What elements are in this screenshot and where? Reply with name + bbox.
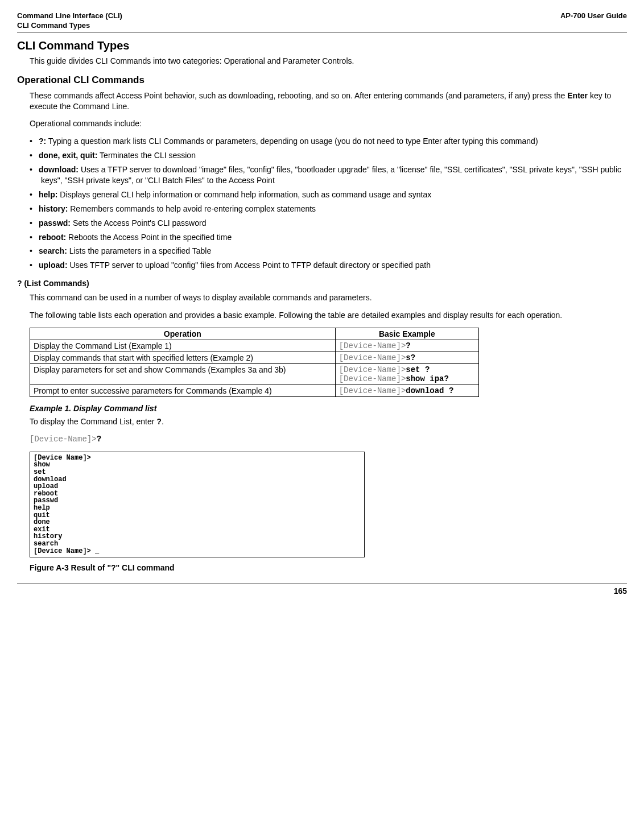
cmd-desc: Remembers commands to help avoid re-ente… (68, 204, 316, 213)
ex1-bold: ? (156, 417, 162, 426)
prompt-cmd: set ? (406, 365, 430, 374)
opcli-p1-bold: Enter (567, 91, 588, 100)
th-operation: Operation (30, 328, 336, 340)
ex-cell: [Device-Name]>? (335, 340, 478, 352)
opcli-heading: Operational CLI Commands (17, 75, 627, 86)
opcli-p1-before: These commands affect Access Point behav… (30, 91, 567, 100)
opcli-p1: These commands affect Access Point behav… (30, 90, 627, 112)
list-item: •done, exit, quit: Terminates the CLI se… (30, 150, 627, 161)
prompt-prefix: [Device-Name]> (339, 353, 406, 362)
bullet-icon: • (30, 189, 39, 200)
list-item: •upload: Uses TFTP server to upload "con… (30, 260, 627, 271)
table-row: Display commands that start with specifi… (30, 352, 479, 364)
table-row: Prompt to enter successive parameters fo… (30, 385, 479, 397)
header-left-line2: CLI Command Types (17, 21, 90, 30)
bullet-icon: • (30, 136, 39, 147)
list-item: •passwd: Sets the Access Point's CLI pas… (30, 218, 627, 229)
prompt-prefix: [Device-Name]> (339, 386, 406, 395)
cmd-desc: Displays general CLI help information or… (57, 190, 431, 199)
cmd-desc: Uses a TFTP server to download "image" f… (41, 165, 621, 185)
bullet-icon: • (30, 164, 39, 175)
cmd-label: done, exit, quit: (39, 151, 97, 160)
cmd-desc: Typing a question mark lists CLI Command… (46, 137, 538, 146)
table-row: Display the Command List (Example 1) [De… (30, 340, 479, 352)
section-title: CLI Command Types (17, 39, 627, 52)
cmd-desc: Lists the parameters in a specified Tabl… (67, 246, 211, 255)
cmd-label: history: (39, 204, 68, 213)
cmd-desc: Uses TFTP server to upload "config" file… (68, 261, 431, 270)
cmd-desc: Sets the Access Point's CLI password (71, 218, 206, 228)
bullet-icon: • (30, 246, 39, 257)
prompt-prefix: [Device-Name]> (339, 365, 406, 374)
ex-cell: [Device-Name]>download ? (335, 385, 478, 397)
cmd-label: ?: (39, 137, 46, 146)
prompt-cmd: ? (406, 341, 410, 350)
cmd-label: help: (39, 190, 57, 199)
th-example: Basic Example (335, 328, 478, 340)
cmd-label: upload: (39, 261, 68, 270)
ex1-after: . (162, 417, 164, 426)
bullet-icon: • (30, 218, 39, 229)
op-cell: Prompt to enter successive parameters fo… (30, 385, 336, 397)
example1-heading: Example 1. Display Command list (30, 404, 627, 413)
operational-command-list: •?: Typing a question mark lists CLI Com… (30, 136, 627, 271)
listcmd-p2: The following table lists each operation… (30, 310, 627, 321)
operations-table: Operation Basic Example Display the Comm… (30, 328, 479, 397)
cmd-desc: Reboots the Access Point in the specifie… (66, 233, 232, 242)
intro-paragraph: This guide divides CLI Commands into two… (30, 56, 627, 67)
opcli-p2: Operational commands include: (30, 118, 627, 129)
prompt-cmd: download ? (406, 386, 453, 395)
list-item: •history: Remembers commands to help avo… (30, 204, 627, 214)
list-item: •?: Typing a question mark lists CLI Com… (30, 136, 627, 147)
cmd-label: download: (39, 165, 79, 174)
op-cell: Display the Command List (Example 1) (30, 340, 336, 352)
op-cell: Display commands that start with specifi… (30, 352, 336, 364)
table-row: Display parameters for set and show Comm… (30, 364, 479, 385)
cmd-label: search: (39, 246, 67, 255)
header-left: Command Line Interface (CLI) CLI Command… (17, 11, 122, 31)
prompt-prefix2: [Device-Name]> (339, 374, 406, 383)
bullet-icon: • (30, 150, 39, 161)
example1-text: To display the Command List, enter ?. (30, 416, 627, 427)
list-item: •help: Displays general CLI help informa… (30, 189, 627, 200)
bullet-icon: • (30, 232, 39, 243)
bullet-icon: • (30, 260, 39, 271)
cmd-label: reboot: (39, 233, 66, 242)
code-cmd: ? (97, 435, 101, 444)
list-item: •search: Lists the parameters in a speci… (30, 246, 627, 257)
page-header: Command Line Interface (CLI) CLI Command… (17, 11, 627, 32)
ex1-before: To display the Command List, enter (30, 417, 156, 426)
example1-code: [Device-Name]>? (30, 434, 627, 445)
listcmd-p1: This command can be used in a number of … (30, 292, 627, 303)
cmd-desc: Terminates the CLI session (97, 151, 196, 160)
prompt-cmd2: show ipa? (406, 374, 449, 383)
ex-cell: [Device-Name]>set ?[Device-Name]>show ip… (335, 364, 478, 385)
op-cell: Display parameters for set and show Comm… (30, 364, 336, 385)
figure-caption: Figure A-3 Result of "?" CLI command (30, 563, 627, 572)
terminal-output: [Device Name]> show set download upload … (30, 452, 365, 557)
page-number: 165 (614, 586, 627, 596)
listcmd-heading: ? (List Commands) (17, 279, 627, 288)
header-right: AP-700 User Guide (560, 11, 627, 31)
prompt-prefix: [Device-Name]> (339, 341, 406, 350)
cmd-label: passwd: (39, 218, 71, 228)
ex-cell: [Device-Name]>s? (335, 352, 478, 364)
header-left-line1: Command Line Interface (CLI) (17, 11, 122, 20)
prompt-cmd: s? (406, 353, 415, 362)
list-item: •reboot: Reboots the Access Point in the… (30, 232, 627, 243)
list-item: •download: Uses a TFTP server to downloa… (30, 164, 627, 186)
bullet-icon: • (30, 204, 39, 214)
table-header-row: Operation Basic Example (30, 328, 479, 340)
code-prefix: [Device-Name]> (30, 435, 97, 444)
page-footer: 165 (17, 584, 627, 596)
